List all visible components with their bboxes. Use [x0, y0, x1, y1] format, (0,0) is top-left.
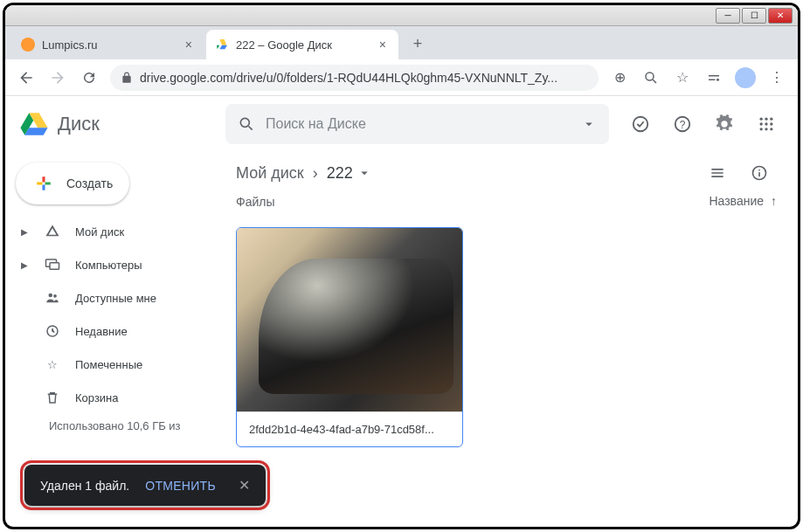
address-bar: drive.google.com/drive/u/0/folders/1-RQd… [5, 59, 798, 96]
sidebar-item-shared[interactable]: Доступные мне [5, 281, 217, 314]
content-area: Мой диск › 222 Файлы На [229, 152, 798, 527]
sidebar-item-label: Корзина [75, 391, 119, 404]
svg-point-13 [770, 122, 772, 125]
window-minimize-button[interactable]: ─ [716, 8, 740, 24]
svg-rect-18 [50, 263, 59, 270]
ready-offline-icon[interactable] [623, 107, 658, 142]
create-label: Создать [66, 176, 113, 190]
window-close-button[interactable]: ✕ [768, 8, 793, 24]
app-name: Диск [58, 113, 100, 135]
sidebar-item-recent[interactable]: Недавние [5, 314, 217, 348]
sidebar-item-computers[interactable]: ▶ Компьютеры [5, 248, 217, 281]
zoom-indicator-icon[interactable]: ⊕ [609, 67, 630, 88]
svg-point-12 [765, 122, 767, 125]
search-placeholder: Поиск на Диске [266, 116, 366, 132]
svg-text:?: ? [680, 119, 686, 131]
tab-title: 222 – Google Диск [236, 38, 332, 52]
svg-point-19 [49, 294, 53, 298]
svg-point-15 [765, 128, 767, 130]
search-input[interactable]: Поиск на Диске [225, 104, 609, 144]
apps-grid-icon[interactable] [749, 107, 784, 142]
svg-point-14 [760, 128, 763, 130]
sidebar-item-mydrive[interactable]: ▶ Мой диск [5, 215, 217, 248]
svg-point-9 [765, 118, 767, 121]
svg-rect-1 [709, 75, 719, 77]
drive-icon [44, 223, 61, 240]
window-maximize-button[interactable]: ☐ [742, 8, 766, 24]
sidebar-item-label: Компьютеры [75, 259, 142, 272]
computers-icon [44, 256, 61, 273]
chevron-right-icon: ▶ [21, 260, 30, 270]
tab-title: Lumpics.ru [42, 38, 98, 52]
svg-point-20 [53, 294, 57, 298]
favicon-icon [21, 38, 35, 52]
search-dropdown-icon[interactable] [581, 116, 597, 132]
extensions-icon[interactable] [703, 67, 724, 88]
settings-gear-icon[interactable] [707, 107, 742, 142]
drive-logo-icon [19, 109, 49, 139]
storage-text: Использовано 10,6 ГБ из [5, 414, 229, 432]
drive-favicon-icon [215, 38, 229, 52]
bookmark-star-icon[interactable]: ☆ [672, 67, 693, 88]
new-tab-button[interactable]: + [405, 31, 430, 56]
sort-control[interactable]: Название ↑ [709, 194, 777, 208]
toast-message: Удален 1 файл. [40, 479, 129, 493]
chevron-right-icon: › [313, 164, 318, 183]
shared-icon [44, 289, 61, 307]
dropdown-icon [357, 165, 372, 181]
sidebar-item-label: Мой диск [75, 225, 124, 238]
sidebar-item-starred[interactable]: ☆ Помеченные [5, 348, 217, 381]
file-card[interactable]: 2fdd2b1d-4e43-4fad-a7b9-71cd58f... [236, 227, 463, 447]
search-icon [238, 115, 255, 133]
sidebar-item-label: Недавние [75, 325, 128, 338]
breadcrumb: Мой диск › 222 [236, 152, 777, 194]
reload-button[interactable] [79, 67, 100, 88]
svg-point-0 [646, 73, 654, 80]
forward-button[interactable] [47, 67, 68, 88]
back-button[interactable] [16, 67, 37, 88]
tab-close-icon[interactable]: × [376, 38, 390, 52]
recent-icon [44, 322, 61, 340]
sidebar-item-label: Помеченные [75, 358, 142, 371]
plus-icon [31, 171, 56, 196]
profile-avatar[interactable] [735, 67, 756, 88]
list-view-icon[interactable] [700, 155, 735, 190]
svg-point-16 [770, 128, 772, 130]
svg-point-5 [633, 117, 648, 132]
starred-icon: ☆ [44, 356, 61, 373]
sidebar-item-label: Доступные мне [75, 292, 156, 305]
svg-point-10 [770, 118, 772, 121]
search-engine-icon[interactable] [640, 67, 661, 88]
url-text: drive.google.com/drive/u/0/folders/1-RQd… [140, 71, 588, 85]
browser-tab[interactable]: Lumpics.ru × [12, 30, 204, 59]
lock-icon [121, 72, 133, 84]
sidebar-item-trash[interactable]: Корзина [5, 381, 217, 414]
chevron-right-icon: ▶ [21, 227, 30, 237]
section-label: Файлы [236, 195, 274, 209]
breadcrumb-root[interactable]: Мой диск [236, 164, 304, 183]
toast-close-icon[interactable]: ✕ [232, 477, 257, 494]
sort-arrow-up-icon: ↑ [771, 194, 777, 208]
svg-point-11 [760, 122, 763, 125]
window-titlebar: ─ ☐ ✕ [5, 5, 798, 26]
drive-logo[interactable]: Диск [19, 109, 211, 139]
file-thumbnail [237, 228, 462, 411]
svg-point-4 [240, 118, 249, 127]
info-icon[interactable] [742, 155, 777, 190]
svg-point-23 [758, 169, 760, 171]
svg-point-8 [760, 118, 763, 121]
svg-point-3 [716, 78, 719, 80]
help-icon[interactable]: ? [665, 107, 700, 142]
toast-undo-button[interactable]: ОТМЕНИТЬ [145, 479, 216, 493]
create-button[interactable]: Создать [16, 162, 129, 204]
tab-close-icon[interactable]: × [182, 38, 196, 52]
app-header: Диск Поиск на Диске ? [5, 96, 798, 152]
breadcrumb-current[interactable]: 222 [327, 164, 372, 183]
browser-menu-icon[interactable]: ⋮ [766, 67, 787, 88]
browser-tabs-bar: Lumpics.ru × 222 – Google Диск × + [5, 26, 798, 59]
toast-notification: Удален 1 файл. ОТМЕНИТЬ ✕ [24, 465, 266, 506]
file-name: 2fdd2b1d-4e43-4fad-a7b9-71cd58f... [237, 411, 462, 446]
url-input[interactable]: drive.google.com/drive/u/0/folders/1-RQd… [110, 65, 599, 91]
svg-rect-2 [709, 79, 716, 80]
browser-tab-active[interactable]: 222 – Google Диск × [206, 30, 398, 59]
